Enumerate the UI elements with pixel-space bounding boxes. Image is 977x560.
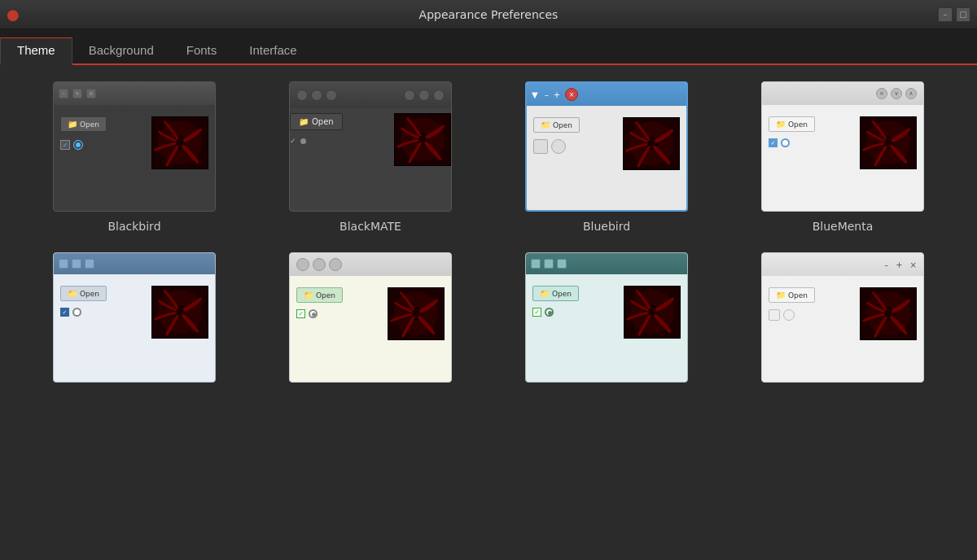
wbtn-5-1 bbox=[59, 259, 68, 269]
svg-point-23 bbox=[412, 309, 420, 317]
wbtn-7-2 bbox=[544, 259, 554, 269]
folder-icon-7: 📁 bbox=[540, 289, 550, 298]
theme-preview-8: – + × 📁 Open bbox=[761, 252, 924, 383]
wbtn-3 bbox=[326, 90, 337, 101]
svg-point-27 bbox=[648, 308, 656, 316]
wbtn-8-min: – bbox=[884, 260, 888, 269]
svg-point-11 bbox=[647, 139, 655, 147]
win-btn-max: + bbox=[72, 89, 82, 98]
theme-preview-blackbird: – + × 📁 Open ✓ bbox=[53, 81, 216, 212]
titlebar: ● Appearance Preferences – □ bbox=[0, 0, 977, 29]
open-btn-blackmate: 📁 Open bbox=[290, 113, 343, 130]
wbtn-5 bbox=[418, 90, 430, 101]
fan-image-blackmate bbox=[394, 113, 451, 166]
fan-image-blackbird bbox=[151, 116, 208, 169]
folder-icon-bm: 📁 bbox=[299, 117, 309, 126]
themes-grid: – + × 📁 Open ✓ bbox=[24, 81, 953, 391]
maximize-button[interactable]: □ bbox=[956, 7, 970, 22]
open-btn-6: 📁 Open bbox=[296, 287, 343, 303]
wbtn-5-3 bbox=[85, 259, 94, 269]
fan-image-5 bbox=[151, 286, 208, 339]
tab-fonts[interactable]: Fonts bbox=[170, 38, 234, 65]
theme-7[interactable]: 📁 Open ✓ bbox=[497, 252, 716, 391]
theme-name-bluementa: BlueMenta bbox=[813, 220, 874, 233]
win-btn-min: – bbox=[59, 89, 68, 98]
svg-point-31 bbox=[884, 309, 892, 317]
wbtn-8-close: × bbox=[910, 260, 917, 269]
wbtn-2 bbox=[311, 90, 322, 101]
open-btn-8: 📁 Open bbox=[769, 287, 815, 303]
wbtn-close-bm: × bbox=[876, 88, 887, 99]
checkbox-8 bbox=[769, 309, 780, 321]
open-btn-7: 📁 Open bbox=[532, 286, 579, 301]
wbtn-5-2 bbox=[72, 259, 81, 269]
folder-icon-8: 📁 bbox=[776, 291, 786, 300]
win-btn-close: × bbox=[86, 89, 96, 98]
folder-icon-bb: 📁 bbox=[541, 120, 550, 129]
wbtn-6 bbox=[433, 90, 445, 101]
wbtn-8-max: + bbox=[896, 260, 902, 269]
folder-icon: 📁 bbox=[68, 120, 77, 129]
svg-point-19 bbox=[176, 308, 184, 316]
open-btn-bluebird: 📁 Open bbox=[533, 117, 580, 133]
radio-5 bbox=[72, 308, 81, 317]
svg-point-7 bbox=[418, 135, 427, 143]
theme-blackmate[interactable]: 📁 Open ✓ bbox=[261, 81, 480, 233]
open-btn-5: 📁 Open bbox=[60, 286, 107, 301]
radio-8 bbox=[783, 309, 795, 321]
wbtn-min-bm: ∨ bbox=[891, 88, 902, 99]
radio-bluebird bbox=[551, 139, 566, 154]
wbtn-6-1 bbox=[296, 258, 309, 271]
theme-8[interactable]: – + × 📁 Open bbox=[733, 252, 953, 391]
theme-preview-bluementa: × ∨ ∧ 📁 Open ✓ bbox=[761, 81, 924, 212]
checkbox-bluementa: ✓ bbox=[769, 138, 778, 147]
tab-interface[interactable]: Interface bbox=[233, 38, 313, 65]
theme-5[interactable]: 📁 Open ✓ bbox=[24, 252, 244, 391]
bluebird-menu-icon: ▼ bbox=[532, 90, 538, 99]
tabs-bar: Theme Background Fonts Interface bbox=[0, 29, 977, 65]
fan-image-bluementa bbox=[860, 116, 917, 169]
radio-7 bbox=[545, 308, 554, 317]
theme-6[interactable]: 📁 Open ✓ bbox=[261, 252, 480, 391]
checkmark-bm: ✓ bbox=[290, 137, 296, 145]
open-btn-blackbird: 📁 Open bbox=[60, 116, 107, 132]
minimize-button[interactable]: – bbox=[938, 7, 953, 22]
radio-bluementa bbox=[781, 138, 790, 147]
wbtn-max-bm: ∧ bbox=[905, 88, 917, 99]
checkbox-bluebird bbox=[533, 139, 548, 154]
fan-image-bluebird bbox=[623, 117, 680, 170]
window-menu-icon[interactable]: ● bbox=[7, 6, 20, 23]
theme-name-blackbird: Blackbird bbox=[107, 220, 160, 233]
wbtn-7-3 bbox=[557, 259, 567, 269]
tab-theme[interactable]: Theme bbox=[0, 37, 72, 65]
tab-background[interactable]: Background bbox=[72, 38, 170, 65]
wbtn-1 bbox=[296, 90, 308, 101]
fan-image-7 bbox=[624, 286, 681, 339]
checkbox-blackbird: ✓ bbox=[60, 140, 70, 150]
theme-bluebird[interactable]: ▼ – + × 📁 Open bbox=[497, 81, 716, 233]
wbtn-close-bluebird: × bbox=[565, 88, 578, 101]
folder-icon-6: 📁 bbox=[304, 291, 313, 300]
folder-icon-5: 📁 bbox=[68, 289, 77, 298]
checkbox-5: ✓ bbox=[60, 308, 69, 317]
theme-blackbird[interactable]: – + × 📁 Open ✓ bbox=[24, 81, 244, 233]
svg-point-15 bbox=[884, 138, 892, 147]
theme-bluementa[interactable]: × ∨ ∧ 📁 Open ✓ bbox=[733, 81, 953, 233]
fan-image-8 bbox=[860, 287, 917, 340]
open-btn-bluementa: 📁 Open bbox=[769, 116, 815, 132]
folder-icon-bmt: 📁 bbox=[776, 120, 786, 129]
radio-6 bbox=[309, 309, 318, 318]
theme-preview-5: 📁 Open ✓ bbox=[53, 252, 216, 383]
wbtn-4 bbox=[404, 90, 415, 101]
theme-name-blackmate: BlackMATE bbox=[340, 220, 401, 233]
radio-blackbird bbox=[73, 140, 83, 150]
theme-preview-7: 📁 Open ✓ bbox=[525, 252, 688, 383]
checkbox-6: ✓ bbox=[296, 309, 305, 318]
wbtn-6-2 bbox=[313, 258, 326, 271]
theme-preview-blackmate: 📁 Open ✓ bbox=[289, 81, 452, 212]
wbtn-7-1 bbox=[531, 259, 541, 269]
checkbox-7: ✓ bbox=[532, 308, 541, 317]
fan-image-6 bbox=[388, 287, 445, 340]
theme-name-bluebird: Bluebird bbox=[583, 220, 630, 233]
wbtn-6-3 bbox=[329, 258, 342, 271]
